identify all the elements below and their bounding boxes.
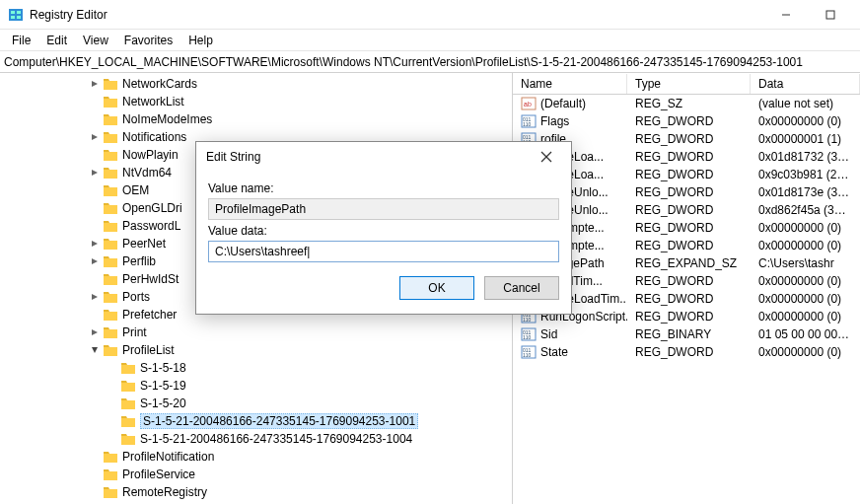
svg-marker-13 — [92, 329, 98, 335]
value-row[interactable]: 011110StateREG_DWORD0x00000000 (0) — [513, 343, 860, 361]
svg-marker-9 — [92, 170, 98, 176]
value-data-input[interactable] — [208, 241, 559, 262]
folder-icon — [103, 254, 118, 268]
chevron-right-icon[interactable] — [89, 131, 101, 143]
tree-node[interactable]: Print — [0, 324, 512, 341]
svg-text:110: 110 — [523, 352, 532, 358]
chevron-right-icon[interactable] — [89, 238, 101, 250]
tree-node[interactable]: S-1-5-20 — [0, 395, 512, 412]
binary-value-icon: 011110 — [521, 326, 537, 342]
address-bar[interactable]: Computer\HKEY_LOCAL_MACHINE\SOFTWARE\Mic… — [0, 51, 860, 73]
value-name: State — [540, 345, 568, 359]
value-type: REG_DWORD — [627, 203, 751, 217]
menu-help[interactable]: Help — [180, 32, 221, 49]
dialog-title-text: Edit String — [206, 150, 532, 164]
menu-edit[interactable]: Edit — [38, 32, 75, 49]
value-type: REG_DWORD — [627, 310, 751, 324]
svg-rect-4 — [17, 16, 21, 19]
binary-value-icon: 011110 — [521, 344, 537, 360]
minimize-button[interactable] — [763, 0, 808, 30]
cancel-button[interactable]: Cancel — [484, 276, 559, 300]
folder-icon — [120, 432, 136, 446]
svg-marker-11 — [92, 258, 98, 264]
value-data: 0x00000001 (1) — [751, 132, 860, 146]
expander-none — [89, 149, 101, 161]
tree-node[interactable]: NetworkList — [0, 93, 512, 110]
expander-none — [89, 273, 101, 285]
value-row[interactable]: ab(Default)REG_SZ(value not set) — [513, 95, 860, 112]
value-data-label: Value data: — [208, 224, 559, 238]
expander-none — [89, 184, 101, 196]
menu-file[interactable]: File — [4, 32, 38, 49]
value-row[interactable]: 011110FlagsREG_DWORD0x00000000 (0) — [513, 112, 860, 130]
chevron-right-icon[interactable] — [89, 78, 101, 90]
tree-node[interactable]: RemoteRegistry — [0, 483, 512, 501]
value-data: 0x00000000 (0) — [751, 221, 860, 235]
value-type: REG_DWORD — [627, 168, 751, 181]
folder-icon — [103, 325, 118, 339]
menu-favorites[interactable]: Favorites — [116, 32, 180, 49]
value-row[interactable]: 011110SidREG_BINARY01 05 00 00 00 00 — [513, 325, 860, 343]
tree-node-label: ProfileNotification — [122, 450, 214, 464]
col-data[interactable]: Data — [751, 74, 860, 94]
tree-node[interactable]: S-1-5-21-200486166-247335145-1769094253-… — [0, 430, 512, 448]
tree-node[interactable]: S-1-5-19 — [0, 377, 512, 395]
chevron-right-icon[interactable] — [89, 291, 101, 303]
tree-node-label: OEM — [122, 183, 149, 197]
ok-button[interactable]: OK — [399, 276, 474, 300]
tree-node-label: S-1-5-19 — [140, 379, 186, 393]
window-title: Registry Editor — [30, 8, 763, 22]
svg-rect-2 — [17, 11, 21, 14]
expander-none — [89, 202, 101, 214]
tree-node[interactable]: NoImeModeImes — [0, 110, 512, 128]
value-type: REG_DWORD — [627, 150, 751, 164]
tree-node[interactable]: S-1-5-21-200486166-247335145-1769094253-… — [0, 412, 512, 430]
folder-icon — [103, 130, 118, 144]
svg-marker-12 — [92, 294, 98, 300]
tree-node-label: Print — [122, 325, 147, 339]
tree-node[interactable]: ProfileService — [0, 466, 512, 483]
chevron-right-icon[interactable] — [89, 167, 101, 179]
value-name-field: ProfileImagePath — [208, 198, 559, 220]
maximize-button[interactable] — [808, 0, 852, 30]
value-type: REG_DWORD — [627, 114, 751, 128]
col-type[interactable]: Type — [627, 74, 751, 94]
svg-text:110: 110 — [523, 334, 532, 340]
tree-node-label: Notifications — [122, 130, 186, 144]
value-data: 0x00000000 (0) — [751, 114, 860, 128]
svg-text:ab: ab — [524, 101, 532, 108]
expander-none — [107, 397, 118, 409]
value-type: REG_DWORD — [627, 132, 751, 146]
menu-view[interactable]: View — [75, 32, 116, 49]
tree-node[interactable]: ProfileList — [0, 341, 512, 359]
tree-node[interactable]: NetworkCards — [0, 75, 512, 93]
value-data: 0x00000000 (0) — [751, 239, 860, 252]
regedit-icon — [8, 7, 24, 23]
value-type: REG_DWORD — [627, 345, 751, 359]
chevron-right-icon[interactable] — [89, 326, 101, 338]
tree-node-label: NetworkCards — [122, 77, 197, 91]
chevron-down-icon[interactable] — [89, 344, 101, 356]
value-type: REG_DWORD — [627, 185, 751, 199]
value-type: REG_EXPAND_SZ — [627, 256, 751, 270]
folder-icon — [120, 361, 136, 375]
title-bar: Registry Editor — [0, 0, 860, 30]
col-name[interactable]: Name — [513, 74, 627, 94]
svg-rect-3 — [11, 16, 15, 19]
tree-node-label: OpenGLDri — [122, 201, 182, 215]
svg-marker-7 — [92, 81, 98, 87]
value-data: 0x01d81732 (30938 — [751, 150, 860, 164]
value-name: (Default) — [540, 97, 586, 110]
tree-node[interactable]: ProfileNotification — [0, 448, 512, 466]
tree-node[interactable]: S-1-5-18 — [0, 359, 512, 377]
tree-node-label: S-1-5-21-200486166-247335145-1769094253-… — [140, 432, 412, 446]
expander-none — [89, 96, 101, 108]
chevron-right-icon[interactable] — [89, 255, 101, 267]
value-name: Sid — [540, 327, 557, 341]
address-text: Computer\HKEY_LOCAL_MACHINE\SOFTWARE\Mic… — [4, 55, 803, 69]
folder-icon — [103, 95, 118, 108]
tree-node-label: PerHwIdSt — [122, 272, 179, 286]
tree-node-label: NtVdm64 — [122, 166, 172, 180]
dialog-close-button[interactable] — [532, 143, 561, 171]
tree-node-label: PasswordL — [122, 219, 180, 233]
